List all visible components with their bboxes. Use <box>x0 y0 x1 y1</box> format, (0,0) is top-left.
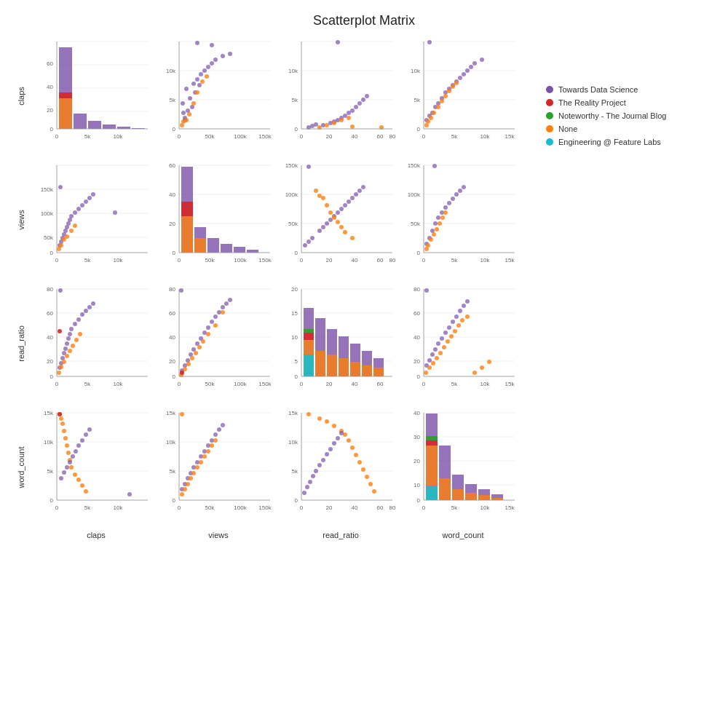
svg-point-475 <box>62 470 66 475</box>
svg-text:15k: 15k <box>505 381 515 387</box>
svg-text:10k: 10k <box>114 133 124 140</box>
svg-point-74 <box>336 40 340 44</box>
svg-text:0: 0 <box>422 257 426 264</box>
svg-text:0: 0 <box>50 126 54 132</box>
svg-point-240 <box>339 225 344 229</box>
svg-text:60: 60 <box>377 381 384 387</box>
svg-point-424 <box>451 320 455 324</box>
matrix-container: claps 0 <box>0 34 728 539</box>
legend-item-ntjb: Noteworthy - The Journal Blog <box>546 111 706 120</box>
svg-text:0: 0 <box>295 497 298 504</box>
svg-text:150k: 150k <box>258 257 272 264</box>
svg-text:10k: 10k <box>114 257 124 264</box>
svg-point-301 <box>63 347 68 351</box>
svg-point-465 <box>65 443 69 448</box>
svg-point-313 <box>57 371 61 375</box>
svg-point-217 <box>317 229 322 233</box>
svg-point-429 <box>424 288 429 293</box>
svg-point-276 <box>435 227 439 232</box>
x-label-word-count: word_count <box>402 529 524 539</box>
svg-point-311 <box>91 301 95 306</box>
svg-point-359 <box>197 345 202 349</box>
svg-point-84 <box>357 101 362 106</box>
svg-point-440 <box>460 318 464 323</box>
grid-row-1: 0 20 40 60 <box>35 34 524 158</box>
svg-text:20: 20 <box>291 286 298 293</box>
svg-text:150k: 150k <box>408 162 421 169</box>
svg-point-356 <box>186 362 191 366</box>
svg-point-351 <box>224 301 229 306</box>
svg-point-266 <box>443 205 448 210</box>
svg-point-564 <box>339 431 344 435</box>
legend-label-none: None <box>558 124 577 133</box>
svg-rect-12 <box>59 92 72 98</box>
svg-point-463 <box>62 429 66 433</box>
svg-point-434 <box>438 351 443 355</box>
svg-text:0: 0 <box>417 373 421 380</box>
svg-point-271 <box>462 185 466 189</box>
svg-point-557 <box>314 469 318 473</box>
svg-text:100k: 100k <box>234 505 247 511</box>
svg-point-426 <box>458 309 462 313</box>
svg-text:15k: 15k <box>505 257 515 264</box>
svg-point-226 <box>350 196 355 200</box>
svg-point-515 <box>186 482 190 486</box>
svg-point-242 <box>350 236 355 240</box>
svg-point-461 <box>59 416 63 421</box>
svg-rect-16 <box>117 127 130 129</box>
legend-item-trp: The Reality Project <box>546 98 706 107</box>
svg-text:80: 80 <box>169 286 175 293</box>
svg-point-270 <box>458 189 462 193</box>
svg-text:60: 60 <box>169 310 175 317</box>
svg-text:0: 0 <box>300 133 304 140</box>
svg-text:15k: 15k <box>288 410 298 416</box>
svg-text:5k: 5k <box>47 468 54 475</box>
svg-text:10k: 10k <box>288 439 298 446</box>
svg-point-216 <box>306 165 311 169</box>
svg-text:50k: 50k <box>205 133 215 140</box>
svg-text:5k: 5k <box>451 381 458 387</box>
legend: Towards Data Science The Reality Project… <box>546 41 706 146</box>
svg-point-220 <box>328 218 333 222</box>
svg-point-319 <box>74 338 79 342</box>
svg-point-81 <box>347 111 351 115</box>
legend-panel: Towards Data Science The Reality Project… <box>531 34 706 539</box>
svg-point-230 <box>303 243 307 248</box>
svg-text:0: 0 <box>55 257 59 264</box>
svg-point-138 <box>454 81 459 85</box>
svg-text:100k: 100k <box>234 257 247 264</box>
svg-point-522 <box>210 443 214 448</box>
svg-point-476 <box>65 465 69 470</box>
svg-rect-587 <box>426 486 438 500</box>
svg-point-521 <box>206 449 210 454</box>
svg-point-137 <box>451 84 455 89</box>
svg-rect-394 <box>350 362 360 376</box>
svg-point-419 <box>433 347 438 352</box>
cell-4-4: 0 10 20 30 40 <box>402 405 524 529</box>
svg-point-83 <box>354 105 358 109</box>
svg-text:0: 0 <box>300 381 304 387</box>
legend-label-trp: The Reality Project <box>558 98 626 107</box>
legend-dot-trp <box>546 99 553 106</box>
legend-item-none: None <box>546 124 706 133</box>
svg-point-314 <box>59 365 63 369</box>
svg-text:5k: 5k <box>84 257 91 264</box>
svg-text:40: 40 <box>169 191 175 198</box>
svg-text:5k: 5k <box>451 257 458 264</box>
svg-text:20: 20 <box>47 358 53 365</box>
svg-text:80: 80 <box>389 505 396 511</box>
svg-point-559 <box>321 458 325 462</box>
x-label-read-ratio: read_ratio <box>280 529 402 539</box>
svg-text:5k: 5k <box>170 468 176 475</box>
svg-point-305 <box>69 327 74 331</box>
cell-3-4: 0 20 40 60 80 <box>402 282 524 405</box>
svg-point-170 <box>58 185 63 189</box>
svg-point-423 <box>447 325 451 330</box>
svg-text:0: 0 <box>173 497 176 504</box>
svg-point-425 <box>454 314 459 319</box>
svg-point-219 <box>325 221 329 226</box>
svg-point-546 <box>350 446 355 450</box>
svg-text:5k: 5k <box>84 505 91 511</box>
svg-text:40: 40 <box>414 410 420 416</box>
svg-text:5: 5 <box>295 358 298 365</box>
